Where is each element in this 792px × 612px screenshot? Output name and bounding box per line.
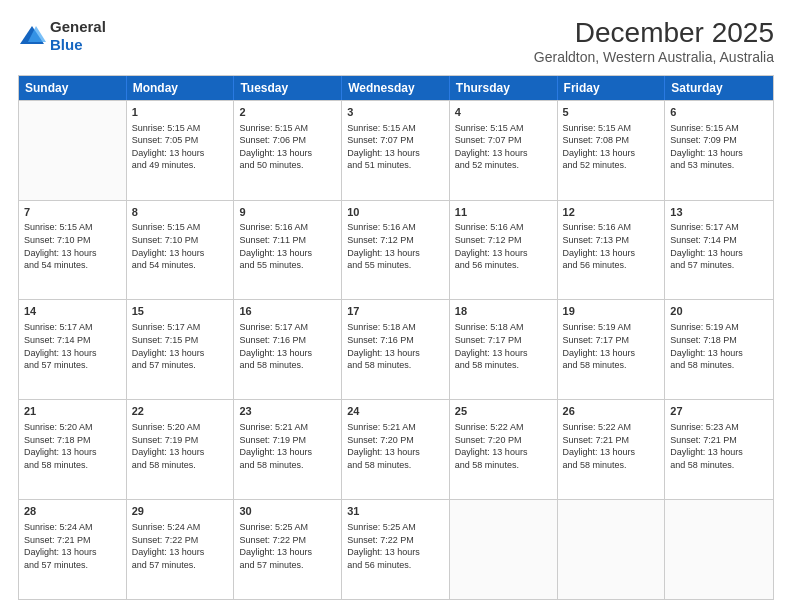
day-number: 5	[563, 105, 660, 120]
day-5: 5Sunrise: 5:15 AMSunset: 7:08 PMDaylight…	[558, 101, 666, 200]
cell-info: Sunrise: 5:18 AMSunset: 7:16 PMDaylight:…	[347, 321, 444, 371]
day-number: 30	[239, 504, 336, 519]
day-number: 16	[239, 304, 336, 319]
day-number: 15	[132, 304, 229, 319]
day-7: 7Sunrise: 5:15 AMSunset: 7:10 PMDaylight…	[19, 201, 127, 300]
empty-cell	[558, 500, 666, 599]
day-30: 30Sunrise: 5:25 AMSunset: 7:22 PMDayligh…	[234, 500, 342, 599]
day-10: 10Sunrise: 5:16 AMSunset: 7:12 PMDayligh…	[342, 201, 450, 300]
day-21: 21Sunrise: 5:20 AMSunset: 7:18 PMDayligh…	[19, 400, 127, 499]
day-4: 4Sunrise: 5:15 AMSunset: 7:07 PMDaylight…	[450, 101, 558, 200]
day-13: 13Sunrise: 5:17 AMSunset: 7:14 PMDayligh…	[665, 201, 773, 300]
day-6: 6Sunrise: 5:15 AMSunset: 7:09 PMDaylight…	[665, 101, 773, 200]
day-23: 23Sunrise: 5:21 AMSunset: 7:19 PMDayligh…	[234, 400, 342, 499]
page: General Blue December 2025 Geraldton, We…	[0, 0, 792, 612]
day-16: 16Sunrise: 5:17 AMSunset: 7:16 PMDayligh…	[234, 300, 342, 399]
calendar: SundayMondayTuesdayWednesdayThursdayFrid…	[18, 75, 774, 600]
day-27: 27Sunrise: 5:23 AMSunset: 7:21 PMDayligh…	[665, 400, 773, 499]
day-19: 19Sunrise: 5:19 AMSunset: 7:17 PMDayligh…	[558, 300, 666, 399]
day-number: 1	[132, 105, 229, 120]
cell-info: Sunrise: 5:22 AMSunset: 7:21 PMDaylight:…	[563, 421, 660, 471]
logo-general: General	[50, 18, 106, 36]
week-row-4: 21Sunrise: 5:20 AMSunset: 7:18 PMDayligh…	[19, 399, 773, 499]
cell-info: Sunrise: 5:17 AMSunset: 7:14 PMDaylight:…	[24, 321, 121, 371]
cell-info: Sunrise: 5:20 AMSunset: 7:19 PMDaylight:…	[132, 421, 229, 471]
title-block: December 2025 Geraldton, Western Austral…	[534, 18, 774, 65]
day-number: 28	[24, 504, 121, 519]
header-wednesday: Wednesday	[342, 76, 450, 100]
day-28: 28Sunrise: 5:24 AMSunset: 7:21 PMDayligh…	[19, 500, 127, 599]
header-saturday: Saturday	[665, 76, 773, 100]
cell-info: Sunrise: 5:16 AMSunset: 7:12 PMDaylight:…	[455, 221, 552, 271]
cell-info: Sunrise: 5:15 AMSunset: 7:07 PMDaylight:…	[347, 122, 444, 172]
cell-info: Sunrise: 5:23 AMSunset: 7:21 PMDaylight:…	[670, 421, 768, 471]
cell-info: Sunrise: 5:17 AMSunset: 7:15 PMDaylight:…	[132, 321, 229, 371]
cell-info: Sunrise: 5:16 AMSunset: 7:12 PMDaylight:…	[347, 221, 444, 271]
subtitle: Geraldton, Western Australia, Australia	[534, 49, 774, 65]
day-number: 23	[239, 404, 336, 419]
cell-info: Sunrise: 5:25 AMSunset: 7:22 PMDaylight:…	[347, 521, 444, 571]
day-number: 2	[239, 105, 336, 120]
week-row-2: 7Sunrise: 5:15 AMSunset: 7:10 PMDaylight…	[19, 200, 773, 300]
day-26: 26Sunrise: 5:22 AMSunset: 7:21 PMDayligh…	[558, 400, 666, 499]
day-number: 26	[563, 404, 660, 419]
day-number: 20	[670, 304, 768, 319]
logo: General Blue	[18, 18, 106, 54]
day-number: 31	[347, 504, 444, 519]
day-number: 25	[455, 404, 552, 419]
calendar-header: SundayMondayTuesdayWednesdayThursdayFrid…	[19, 76, 773, 100]
cell-info: Sunrise: 5:15 AMSunset: 7:09 PMDaylight:…	[670, 122, 768, 172]
day-22: 22Sunrise: 5:20 AMSunset: 7:19 PMDayligh…	[127, 400, 235, 499]
day-number: 14	[24, 304, 121, 319]
day-11: 11Sunrise: 5:16 AMSunset: 7:12 PMDayligh…	[450, 201, 558, 300]
week-row-3: 14Sunrise: 5:17 AMSunset: 7:14 PMDayligh…	[19, 299, 773, 399]
cell-info: Sunrise: 5:15 AMSunset: 7:06 PMDaylight:…	[239, 122, 336, 172]
day-number: 11	[455, 205, 552, 220]
day-number: 27	[670, 404, 768, 419]
header-thursday: Thursday	[450, 76, 558, 100]
day-number: 21	[24, 404, 121, 419]
day-number: 19	[563, 304, 660, 319]
cell-info: Sunrise: 5:21 AMSunset: 7:19 PMDaylight:…	[239, 421, 336, 471]
day-20: 20Sunrise: 5:19 AMSunset: 7:18 PMDayligh…	[665, 300, 773, 399]
cell-info: Sunrise: 5:20 AMSunset: 7:18 PMDaylight:…	[24, 421, 121, 471]
day-number: 10	[347, 205, 444, 220]
day-number: 18	[455, 304, 552, 319]
week-row-1: 1Sunrise: 5:15 AMSunset: 7:05 PMDaylight…	[19, 100, 773, 200]
cell-info: Sunrise: 5:17 AMSunset: 7:14 PMDaylight:…	[670, 221, 768, 271]
day-number: 13	[670, 205, 768, 220]
cell-info: Sunrise: 5:24 AMSunset: 7:22 PMDaylight:…	[132, 521, 229, 571]
day-18: 18Sunrise: 5:18 AMSunset: 7:17 PMDayligh…	[450, 300, 558, 399]
header: General Blue December 2025 Geraldton, We…	[18, 18, 774, 65]
cell-info: Sunrise: 5:15 AMSunset: 7:08 PMDaylight:…	[563, 122, 660, 172]
day-2: 2Sunrise: 5:15 AMSunset: 7:06 PMDaylight…	[234, 101, 342, 200]
cell-info: Sunrise: 5:15 AMSunset: 7:07 PMDaylight:…	[455, 122, 552, 172]
day-24: 24Sunrise: 5:21 AMSunset: 7:20 PMDayligh…	[342, 400, 450, 499]
day-number: 24	[347, 404, 444, 419]
calendar-body: 1Sunrise: 5:15 AMSunset: 7:05 PMDaylight…	[19, 100, 773, 599]
cell-info: Sunrise: 5:19 AMSunset: 7:18 PMDaylight:…	[670, 321, 768, 371]
cell-info: Sunrise: 5:15 AMSunset: 7:05 PMDaylight:…	[132, 122, 229, 172]
cell-info: Sunrise: 5:22 AMSunset: 7:20 PMDaylight:…	[455, 421, 552, 471]
day-number: 6	[670, 105, 768, 120]
day-8: 8Sunrise: 5:15 AMSunset: 7:10 PMDaylight…	[127, 201, 235, 300]
day-number: 9	[239, 205, 336, 220]
day-29: 29Sunrise: 5:24 AMSunset: 7:22 PMDayligh…	[127, 500, 235, 599]
day-3: 3Sunrise: 5:15 AMSunset: 7:07 PMDaylight…	[342, 101, 450, 200]
day-number: 12	[563, 205, 660, 220]
header-sunday: Sunday	[19, 76, 127, 100]
cell-info: Sunrise: 5:25 AMSunset: 7:22 PMDaylight:…	[239, 521, 336, 571]
empty-cell	[19, 101, 127, 200]
day-number: 4	[455, 105, 552, 120]
main-title: December 2025	[534, 18, 774, 49]
cell-info: Sunrise: 5:17 AMSunset: 7:16 PMDaylight:…	[239, 321, 336, 371]
logo-icon	[18, 22, 46, 50]
day-1: 1Sunrise: 5:15 AMSunset: 7:05 PMDaylight…	[127, 101, 235, 200]
day-25: 25Sunrise: 5:22 AMSunset: 7:20 PMDayligh…	[450, 400, 558, 499]
cell-info: Sunrise: 5:18 AMSunset: 7:17 PMDaylight:…	[455, 321, 552, 371]
cell-info: Sunrise: 5:16 AMSunset: 7:11 PMDaylight:…	[239, 221, 336, 271]
logo-blue: Blue	[50, 36, 106, 54]
day-number: 17	[347, 304, 444, 319]
day-9: 9Sunrise: 5:16 AMSunset: 7:11 PMDaylight…	[234, 201, 342, 300]
cell-info: Sunrise: 5:15 AMSunset: 7:10 PMDaylight:…	[132, 221, 229, 271]
